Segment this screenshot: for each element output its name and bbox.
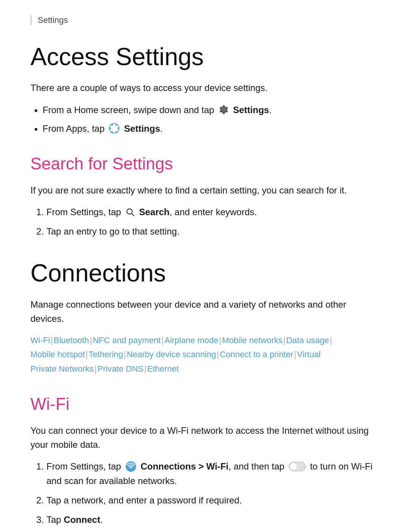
toggle-icon — [288, 462, 306, 471]
link-private-dns[interactable]: Private DNS — [97, 364, 143, 374]
link-bluetooth[interactable]: Bluetooth — [54, 335, 89, 345]
link-mobile-networks[interactable]: Mobile networks — [222, 335, 283, 345]
wifi-step1-and-tap: , and then tap — [229, 461, 287, 471]
svg-line-2 — [132, 213, 134, 216]
sep1: | — [51, 335, 53, 345]
link-tethering[interactable]: Tethering — [89, 350, 123, 359]
access-settings-title: Access Settings — [30, 43, 381, 70]
sep2: | — [90, 335, 92, 345]
sep11: | — [94, 364, 97, 374]
sep6: | — [330, 335, 332, 345]
wifi-step-2: Tap a network, and enter a password if r… — [46, 493, 381, 507]
svg-point-5 — [290, 463, 297, 470]
link-nfc[interactable]: NFC and payment — [93, 335, 161, 345]
wifi-step-3: Tap Connect. — [46, 513, 381, 527]
sep10: | — [294, 350, 296, 359]
connections-title: Connections — [30, 260, 381, 286]
page-container: Settings Access Settings There are a cou… — [0, 0, 411, 532]
sep9: | — [217, 350, 219, 359]
wifi-steps: From Settings, tap Connections > Wi-Fi, … — [46, 459, 381, 527]
link-airplane[interactable]: Airplane mode — [164, 335, 218, 345]
sep5: | — [284, 335, 286, 345]
search-settings-intro: If you are not sure exactly where to fin… — [30, 183, 381, 197]
breadcrumb: Settings — [30, 15, 381, 25]
connections-section: Connections Manage connections between y… — [30, 257, 381, 376]
search-icon — [125, 207, 135, 217]
wifi-step3-after: . — [100, 514, 103, 525]
wifi-step1-before: From Settings, tap — [46, 461, 124, 471]
wifi-step3-before: Tap — [46, 514, 64, 525]
sep12: | — [144, 364, 147, 374]
wifi-step2-text: Tap a network, and enter a password if r… — [46, 495, 242, 505]
bullet-home-screen: From a Home screen, swipe down and tap S… — [43, 103, 381, 117]
link-mobile-hotspot[interactable]: Mobile hotspot — [30, 350, 85, 359]
bullet-home-text-before: From a Home screen, swipe down and tap — [43, 105, 217, 115]
wifi-title: Wi-Fi — [30, 394, 381, 414]
search-settings-title: Search for Settings — [30, 154, 381, 174]
sep8: | — [124, 350, 126, 359]
bullet-home-bold: Settings — [233, 105, 269, 115]
connections-links: Wi-Fi|Bluetooth|NFC and payment|Airplane… — [30, 333, 381, 376]
link-data-usage[interactable]: Data usage — [286, 335, 329, 345]
wifi-step-1: From Settings, tap Connections > Wi-Fi, … — [46, 459, 381, 487]
bullet-apps: From Apps, tap Settings. — [43, 121, 381, 136]
link-printer[interactable]: Connect to a printer — [220, 350, 293, 359]
search-step1-text-after: , and enter keywords. — [169, 207, 256, 217]
bullet-apps-bold: Settings — [124, 123, 160, 134]
wifi-step3-bold: Connect — [64, 514, 100, 525]
wifi-intro: You can connect your device to a Wi-Fi n… — [30, 423, 381, 452]
access-settings-intro: There are a couple of ways to access you… — [30, 81, 381, 95]
search-step2-text: Tap an entry to go to that setting. — [46, 226, 180, 236]
wifi-icon — [125, 461, 137, 472]
bullet-apps-text-before: From Apps, tap — [43, 123, 107, 134]
search-step-1: From Settings, tap Search, and enter key… — [46, 205, 381, 219]
sep4: | — [219, 335, 221, 345]
search-step1-text-before: From Settings, tap — [46, 207, 121, 217]
search-settings-steps: From Settings, tap Search, and enter key… — [46, 205, 381, 238]
link-ethernet[interactable]: Ethernet — [147, 364, 179, 374]
wifi-step1-connections-bold: Connections > Wi-Fi — [140, 461, 228, 471]
connections-intro: Manage connections between your device a… — [30, 297, 381, 326]
gear-icon — [218, 104, 229, 115]
search-step-2: Tap an entry to go to that setting. — [46, 224, 381, 238]
link-nearby[interactable]: Nearby device scanning — [127, 350, 216, 359]
sep7: | — [86, 350, 88, 359]
search-step1-bold: Search — [139, 207, 169, 217]
access-settings-bullets: From a Home screen, swipe down and tap S… — [43, 103, 381, 136]
sep3: | — [161, 335, 164, 345]
link-wifi[interactable]: Wi-Fi — [30, 335, 50, 345]
breadcrumb-label: Settings — [38, 15, 68, 25]
settings-blue-icon — [108, 123, 120, 134]
